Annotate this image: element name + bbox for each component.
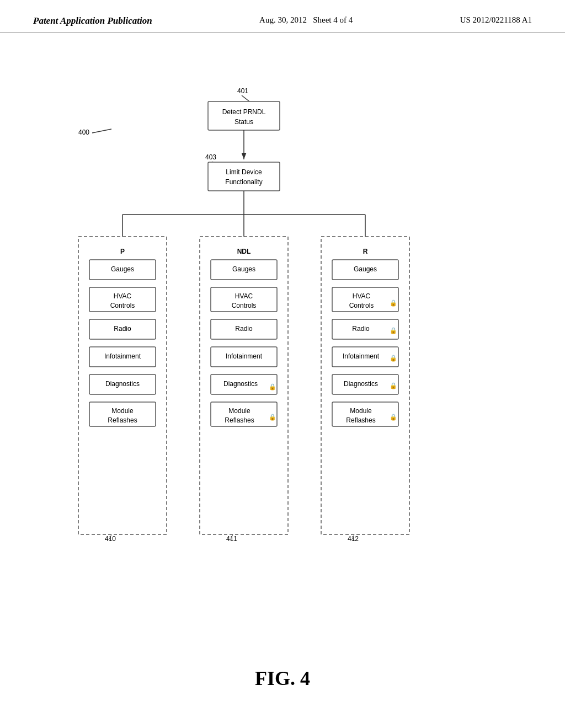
text-403b: Functionality <box>225 178 262 186</box>
label-403: 403 <box>205 153 216 161</box>
box-403 <box>208 162 280 191</box>
header-number: US 2012/0221188 A1 <box>460 15 532 25</box>
patent-header: Patent Application Publication Aug. 30, … <box>0 0 565 33</box>
text-403a: Limit Device <box>226 168 262 176</box>
p-gauges-text: Gauges <box>111 265 134 273</box>
ref-400: 400 <box>78 129 89 136</box>
diagram-svg: 400 401 Detect PRNDL Status 403 Limit De… <box>45 49 520 656</box>
p-radio-text: Radio <box>114 325 131 333</box>
r-infotainment-text: Infotainment <box>343 352 380 360</box>
p-hvac-text2: Controls <box>110 302 135 309</box>
diagram-area: 400 401 Detect PRNDL Status 403 Limit De… <box>0 33 565 706</box>
col-ndl-header: NDL <box>237 248 251 255</box>
r-hvac-text1: HVAC <box>353 292 371 300</box>
r-radio-lock: 🔒 <box>390 326 397 334</box>
r-module-text1: Module <box>350 407 372 415</box>
figure-number: FIG. 4 <box>33 667 532 690</box>
header-date: Aug. 30, 2012 Sheet 4 of 4 <box>259 15 353 25</box>
svg-line-2 <box>242 95 249 101</box>
label-412: 412 <box>348 535 359 543</box>
label-411: 411 <box>226 535 237 543</box>
p-diagnostics-text: Diagnostics <box>105 380 140 388</box>
col-p-header: P <box>120 248 125 255</box>
r-diagnostics-text: Diagnostics <box>344 380 378 388</box>
p-module-text1: Module <box>111 407 134 415</box>
p-module-text2: Reflashes <box>108 416 137 424</box>
label-410: 410 <box>105 535 116 543</box>
r-hvac-lock: 🔒 <box>390 299 397 307</box>
ndl-hvac-text1: HVAC <box>235 292 253 300</box>
r-hvac-text2: Controls <box>349 302 374 309</box>
col-r-header: R <box>363 248 368 255</box>
ndl-module-lock: 🔒 <box>269 413 276 421</box>
ndl-module-text1: Module <box>228 407 250 415</box>
r-radio-text: Radio <box>352 325 370 333</box>
ndl-diagnostics-lock: 🔒 <box>269 383 276 390</box>
r-module-text2: Reflashes <box>346 416 375 424</box>
ndl-module-text2: Reflashes <box>225 416 254 424</box>
ndl-gauges-text: Gauges <box>232 265 255 273</box>
label-401: 401 <box>237 87 248 95</box>
svg-line-1 <box>92 129 111 133</box>
r-module-lock: 🔒 <box>390 413 397 421</box>
p-hvac-text1: HVAC <box>114 292 132 300</box>
r-infotainment-lock: 🔒 <box>390 354 397 362</box>
ndl-infotainment-text: Infotainment <box>226 352 263 360</box>
r-diagnostics-lock: 🔒 <box>390 382 397 389</box>
r-gauges-text: Gauges <box>354 265 377 273</box>
ndl-radio-text: Radio <box>235 325 253 333</box>
ndl-diagnostics-text: Diagnostics <box>223 380 258 388</box>
text-401b: Status <box>234 118 253 126</box>
header-title: Patent Application Publication <box>33 15 152 26</box>
ndl-hvac-text2: Controls <box>232 302 257 309</box>
p-infotainment-text: Infotainment <box>104 352 141 360</box>
text-401: Detect PRNDL <box>222 108 266 116</box>
